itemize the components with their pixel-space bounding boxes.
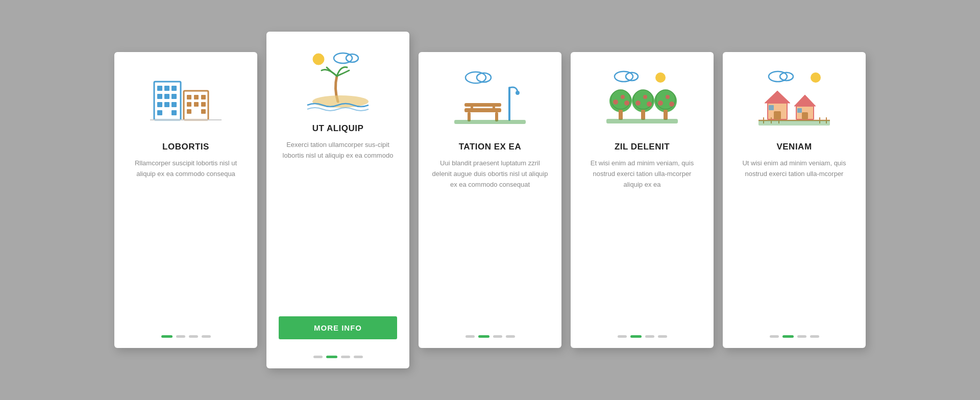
svg-point-59	[811, 72, 821, 83]
card-title: TATION EX EA	[459, 142, 522, 152]
svg-rect-15	[201, 95, 206, 99]
card-veniam: VENIAM Ut wisi enim ad minim veniam, qui…	[723, 52, 866, 348]
dot	[810, 335, 819, 338]
svg-rect-64	[774, 111, 781, 119]
svg-rect-58	[606, 119, 678, 123]
svg-point-37	[655, 72, 666, 83]
svg-rect-10	[157, 110, 162, 115]
dot-active	[478, 335, 489, 338]
svg-rect-6	[172, 94, 177, 99]
svg-rect-16	[187, 102, 191, 107]
svg-rect-34	[471, 103, 473, 112]
svg-rect-2	[164, 86, 169, 91]
svg-point-22	[313, 54, 324, 65]
svg-point-44	[624, 101, 629, 106]
svg-rect-7	[157, 102, 162, 107]
svg-rect-35	[493, 103, 495, 112]
dot	[645, 335, 654, 338]
svg-rect-51	[641, 110, 645, 120]
card-icon-area	[735, 66, 853, 133]
dot-active	[161, 335, 173, 338]
svg-rect-4	[157, 94, 162, 99]
svg-point-54	[658, 101, 663, 106]
card-text: Uui blandit praesent luptatum zzril dele…	[431, 158, 549, 327]
svg-rect-69	[797, 108, 802, 113]
card-tation-ex-ea: TATION EX EA Uui blandit praesent luptat…	[419, 52, 561, 348]
svg-rect-11	[172, 110, 177, 115]
card-title: UT ALIQUIP	[312, 123, 364, 134]
dot	[202, 335, 211, 338]
card-text: Ut wisi enim ad minim veniam, quis nostr…	[735, 158, 853, 327]
card-title: LOBORTIS	[162, 142, 209, 152]
city-icon	[145, 66, 227, 133]
card-icon-area	[431, 66, 549, 133]
card-icon-area	[127, 66, 245, 133]
dot	[176, 335, 185, 338]
more-info-button[interactable]: MORE INFO	[279, 316, 397, 339]
svg-rect-68	[802, 112, 808, 119]
svg-point-43	[621, 95, 625, 99]
pagination-dots	[465, 335, 515, 338]
pagination-dots	[770, 335, 819, 338]
svg-point-41	[611, 90, 630, 109]
svg-rect-14	[194, 95, 199, 99]
svg-rect-17	[194, 102, 199, 107]
svg-point-48	[635, 101, 641, 106]
beach-icon	[297, 48, 379, 114]
card-text: Eexerci tation ullamcorper sus-cipit lob…	[279, 140, 397, 307]
house-icon	[753, 66, 835, 133]
card-icon-area	[583, 66, 701, 133]
svg-point-55	[666, 95, 670, 99]
dot	[354, 356, 363, 358]
dot-active	[630, 335, 642, 338]
svg-rect-1	[157, 86, 162, 91]
svg-point-49	[643, 95, 647, 99]
dot	[506, 335, 515, 338]
svg-rect-36	[454, 120, 526, 124]
svg-point-56	[669, 102, 674, 107]
card-zil-delenit: ZIL DELENIT Et wisi enim ad minim veniam…	[571, 52, 714, 348]
svg-rect-45	[619, 110, 623, 120]
dot	[189, 335, 198, 338]
dot	[770, 335, 779, 338]
card-title: ZIL DELENIT	[615, 142, 670, 152]
pagination-dots	[313, 356, 363, 358]
svg-rect-18	[201, 102, 206, 107]
svg-rect-5	[164, 94, 169, 99]
svg-rect-3	[172, 86, 177, 91]
cards-container: LOBORTIS Rllamcorper suscipit lobortis n…	[114, 32, 866, 368]
park-icon	[449, 66, 531, 133]
dot	[341, 356, 350, 358]
svg-rect-8	[164, 102, 169, 107]
pagination-dots	[618, 335, 667, 338]
pagination-dots	[161, 335, 211, 338]
svg-rect-57	[664, 110, 668, 120]
svg-marker-66	[794, 95, 816, 106]
dot	[465, 335, 475, 338]
dot	[797, 335, 806, 338]
orchard-icon	[601, 66, 683, 133]
svg-point-50	[647, 102, 652, 107]
dot	[658, 335, 667, 338]
card-text: Rllamcorper suscipit lobortis nisl ut al…	[127, 158, 245, 327]
svg-rect-76	[758, 120, 830, 126]
svg-rect-30	[464, 108, 501, 112]
svg-marker-62	[765, 91, 790, 103]
dot-active	[782, 335, 794, 338]
svg-point-29	[516, 91, 520, 95]
card-title: VENIAM	[776, 142, 812, 152]
dot	[493, 335, 502, 338]
svg-point-25	[312, 95, 369, 108]
dot	[313, 356, 323, 358]
svg-rect-33	[464, 103, 501, 107]
svg-point-42	[613, 99, 618, 105]
card-ut-aliquip: UT ALIQUIP Eexerci tation ullamcorper su…	[266, 32, 409, 368]
dot-active	[326, 356, 337, 358]
svg-rect-13	[187, 95, 191, 99]
dot	[618, 335, 627, 338]
svg-rect-65	[769, 105, 774, 110]
svg-rect-20	[201, 109, 206, 114]
card-text: Et wisi enim ad minim veniam, quis nostr…	[583, 158, 701, 327]
svg-rect-9	[172, 102, 177, 107]
svg-rect-19	[187, 109, 191, 114]
